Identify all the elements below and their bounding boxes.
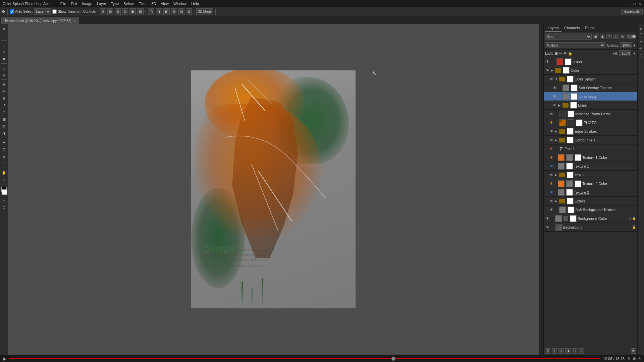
link-layers-btn[interactable]: ⛓ [545, 348, 550, 354]
blend-mode-dropdown[interactable]: Multiply Normal Screen Overlay Darken Li… [545, 42, 605, 48]
tab-paths[interactable]: Paths [583, 24, 597, 32]
layer-color-splash-folder[interactable]: 👁 ▼ Color Splash [544, 75, 637, 83]
move-tool[interactable]: ✥ [1, 25, 7, 32]
expand-extras[interactable]: ▶ [555, 199, 558, 203]
auto-select-dropdown[interactable]: Layer Group [34, 8, 51, 15]
layer-soft-overlay[interactable]: 👁 Soft Overlay Texture [544, 83, 637, 92]
fill-arrow[interactable]: ▼ [633, 52, 636, 55]
quick-mask-tool[interactable]: ○ [1, 197, 7, 204]
layer-extras-folder[interactable]: 👁 ▶ Extras [544, 197, 637, 205]
bottom-icon-2[interactable]: ⊞ [633, 357, 636, 360]
eye-lines-copy[interactable]: 👁 [552, 94, 557, 99]
filter-adjust-btn[interactable]: ◑ [600, 34, 605, 39]
menu-select[interactable]: Select [123, 2, 134, 6]
menu-filter[interactable]: Filter [139, 2, 147, 6]
menu-3d[interactable]: 3D [151, 2, 156, 6]
layer-contour-fills[interactable]: 👁 ▶ Contour Fills [544, 136, 637, 144]
pen-tool[interactable]: ✒ [1, 139, 7, 146]
layer-texture1-color[interactable]: 👁 Texture 1 Color [544, 153, 637, 162]
3d-mode-btn[interactable]: 3D Mode [196, 8, 213, 15]
layer-texture2-color[interactable]: 👁 Texture 2 Color [544, 179, 637, 188]
background-color[interactable] [2, 189, 7, 195]
timeline-bar[interactable] [9, 358, 600, 359]
distribute-right-btn[interactable]: ◧ [163, 8, 170, 15]
filter-smart-btn[interactable]: ⊕ [620, 34, 625, 39]
layer-text1[interactable]: 👁 T Text 1 [544, 144, 637, 153]
type-tool[interactable]: T [1, 146, 7, 153]
timeline-scrubber[interactable] [391, 357, 395, 361]
eye-extras[interactable]: 👁 [549, 199, 554, 203]
crop-tool[interactable]: ⊞ [1, 65, 7, 71]
transform-controls-checkbox[interactable] [52, 9, 57, 14]
filter-toggle[interactable] [627, 35, 636, 39]
layer-increase-photo[interactable]: 👁 Increase Photo Detail [544, 110, 637, 118]
eye-soft-bg[interactable]: 👁 [549, 207, 554, 212]
spot-heal-tool[interactable]: ◎ [1, 81, 7, 87]
add-style-btn[interactable]: ƒ [552, 348, 557, 354]
eye-contour-fills[interactable]: 👁 [549, 138, 554, 142]
menu-window[interactable]: Window [173, 2, 186, 6]
lock-position-icon[interactable]: ✥ [564, 51, 567, 56]
eye-text1[interactable]: 👁 [549, 146, 554, 151]
artboard-tool[interactable]: □ [1, 33, 7, 39]
eye-bg-color[interactable]: 👁 [545, 216, 550, 221]
eye-color[interactable]: 👁 [545, 68, 550, 73]
fill-input[interactable] [619, 50, 631, 56]
layer-lines-copy[interactable]: 👁 Lines copy [544, 92, 637, 101]
blur-tool[interactable]: ◍ [1, 123, 7, 130]
marquee-tool[interactable]: ⊡ [1, 42, 7, 48]
eye-photo[interactable]: 👁 [549, 120, 554, 125]
align-right-btn[interactable]: ⊠ [115, 8, 121, 15]
distribute-center-btn[interactable]: ◨ [156, 8, 162, 15]
menu-view[interactable]: View [161, 2, 169, 6]
expand-edge-strokes[interactable]: ▶ [555, 130, 558, 133]
filter-pixel-btn[interactable]: ▣ [593, 34, 598, 39]
expand-color-splash[interactable]: ▼ [555, 77, 558, 81]
layer-edge-strokes[interactable]: 👁 ▶ Edge Strokes [544, 127, 637, 136]
layer-filter-dropdown[interactable]: Kind Name Effect Mode Attribute Color Sm… [545, 34, 592, 40]
distribute-left-btn[interactable]: ◫ [148, 8, 154, 15]
menu-help[interactable]: Help [191, 2, 199, 6]
distribute-mid-btn[interactable]: ⊟ [178, 8, 184, 15]
eye-texture2-color[interactable]: 👁 [549, 181, 554, 186]
align-middle-btn[interactable]: ▣ [129, 8, 136, 15]
move-tool-icon[interactable]: ✥ [1, 9, 5, 14]
side-icon-3[interactable]: ✦ [638, 39, 644, 44]
expand-text2[interactable]: ▶ [555, 173, 558, 177]
essentials-label[interactable]: Essentials [621, 9, 643, 14]
side-icon-2[interactable]: T [638, 32, 644, 38]
eye-lines[interactable]: 👁 [552, 103, 557, 108]
screen-mode-tool[interactable]: ⊡ [1, 204, 7, 211]
lock-all-icon[interactable]: 🔒 [568, 51, 573, 56]
eye-edge-strokes[interactable]: 👁 [549, 129, 554, 134]
zoom-tool[interactable]: ⊕ [1, 176, 7, 183]
eye-increase-photo[interactable]: 👁 [549, 112, 554, 116]
lasso-tool[interactable]: ⌖ [1, 49, 7, 55]
layer-color-folder[interactable]: 👁 ▶ Color [544, 66, 637, 75]
menu-file[interactable]: File [60, 2, 66, 6]
auto-select-checkbox[interactable] [10, 9, 14, 14]
menu-layer[interactable]: Layer [97, 2, 106, 6]
tab-layers[interactable]: Layers [545, 24, 561, 32]
side-icon-5[interactable]: ⊡ [638, 52, 644, 58]
gradient-tool[interactable]: ▦ [1, 116, 7, 123]
side-icon-4[interactable]: ◎ [638, 46, 644, 51]
active-tab[interactable]: Brushed.psd @ 38.2% (Lines copy, RGB/88)… [1, 17, 79, 24]
layers-list[interactable]: 👁 brush 👁 ▶ Color 👁 ▼ [544, 57, 637, 347]
eye-soft-overlay[interactable]: 👁 [552, 85, 557, 90]
align-bottom-btn[interactable]: ▤ [137, 8, 144, 15]
layer-bg-color[interactable]: 👁 Background Color fx 🔒 [544, 214, 637, 223]
distribute-bottom-btn[interactable]: ⊠ [186, 8, 192, 15]
path-select-tool[interactable]: ◈ [1, 153, 7, 160]
add-mask-btn[interactable]: ○ [558, 348, 564, 354]
dodge-tool[interactable]: ◑ [1, 130, 7, 137]
menu-image[interactable]: Image [82, 2, 92, 6]
shape-tool[interactable]: ◻ [1, 160, 7, 167]
eye-background[interactable]: 👁 [545, 225, 550, 230]
menu-type[interactable]: Type [111, 2, 119, 6]
quick-select-tool[interactable]: ✱ [1, 56, 7, 62]
hand-tool[interactable]: ✋ [1, 169, 7, 176]
brush-tool[interactable]: ✏ [1, 88, 7, 95]
new-fill-btn[interactable]: ◑ [565, 348, 571, 354]
filter-type-btn[interactable]: T [606, 34, 612, 39]
